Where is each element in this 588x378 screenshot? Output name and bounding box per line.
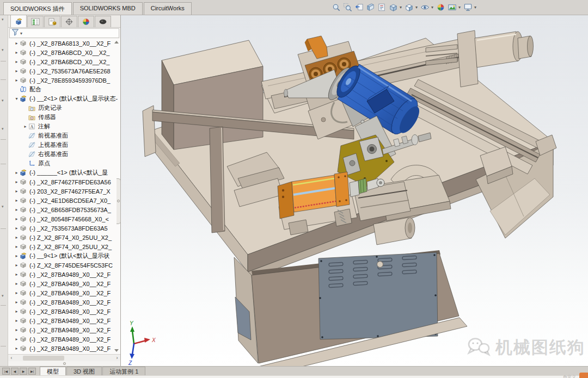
assembly-3d-model[interactable]: .p{stroke:#4f4a43;stroke-width:.7;stroke… [121,15,588,366]
hide-show-items-icon[interactable] [420,2,430,13]
command-tab-1[interactable]: SOLIDWORKS 插件 [3,2,72,15]
tree-row[interactable]: ▸(-) _X2_6B658FDB7535673A_ [8,205,120,214]
expand-arrow-icon[interactable]: ▸ [14,69,20,73]
panel-splitter[interactable] [8,361,120,366]
tree-row[interactable]: ▸(-) _X2_80548F745668_X0_< [8,214,120,224]
dock-caret-icon[interactable]: ▾ [2,127,4,131]
tree-row[interactable]: ▸(-) _X2_8F74627F8FDE63A56 [8,177,120,187]
tree-row[interactable]: ▸(-) _X2_87BA9489_X0__X2_F [8,344,120,353]
tab-nav-button-3[interactable]: ▶ [20,368,27,375]
tree-row[interactable]: ▸(-) _X2_87BA6BCD_X0__X2_ [8,48,120,57]
tree-row[interactable]: 传感器 [8,113,120,122]
expand-arrow-icon[interactable]: ▸ [14,281,20,286]
previous-view-icon[interactable] [354,2,364,13]
dock-caret-icon[interactable]: ▾ [2,294,4,298]
edit-appearance-icon[interactable] [436,2,446,13]
tab-nav-button-2[interactable]: ◀ [11,368,19,375]
expand-arrow-icon[interactable]: ▸ [14,78,20,83]
expand-arrow-icon[interactable]: ▸ [14,207,20,212]
dimxpertmanager-tab[interactable] [61,16,77,27]
view-orientation-caret-icon[interactable]: ▾ [400,5,402,10]
zoom-area-icon[interactable] [342,2,353,13]
view-settings-caret-icon[interactable]: ▾ [474,5,476,10]
expand-arrow-icon[interactable]: ▸ [14,263,20,268]
scroll-right-icon[interactable]: › [114,355,120,361]
tree-row[interactable]: ▸(-) Z_X2_8F745DE54F5C53FC [8,261,120,270]
expand-arrow-icon[interactable]: ▸ [14,272,20,277]
expand-arrow-icon[interactable]: ▸ [22,124,28,129]
expand-arrow-icon[interactable]: ▸ [14,290,20,295]
displaymanager-tab[interactable] [78,16,94,27]
tree-filter-bar[interactable]: ▾ [9,28,119,38]
annotation-view-icon[interactable] [377,2,387,13]
tree-row[interactable]: ▸(-) _X2_7535673A8FDE63A5 [8,224,120,233]
command-tab-3[interactable]: CircuitWorks [144,2,192,15]
graphics-viewport[interactable]: .p{stroke:#4f4a43;stroke-width:.7;stroke… [121,15,588,366]
tree-row[interactable]: 右视基准面 [8,150,120,159]
expand-arrow-icon[interactable]: ▸ [14,244,20,249]
view-orientation-icon[interactable] [388,2,399,13]
expand-arrow-icon[interactable]: ▸ [14,216,20,221]
doc-tab-3D 视图[interactable]: 3D 视图 [66,367,102,375]
tree-row[interactable]: ▸(-) _X2_7535673A76AE5E268 [8,66,120,76]
tree-row[interactable]: ▸(-) _X2_4E1D6BCD5EA7_X0_ [8,196,120,205]
featuremanager-tree-tab[interactable] [10,15,27,27]
tree-row[interactable]: 原点 [8,159,120,168]
tree-scroll-down-icon[interactable] [114,349,119,352]
tree-row[interactable]: 配合 [8,85,120,94]
display-style-icon[interactable] [404,2,414,13]
cam-tab[interactable] [95,16,111,27]
propertymanager-tab[interactable] [27,16,44,27]
tree-hscrollbar[interactable]: ‹ › [8,354,120,361]
tree-row[interactable]: ▾(-) __2<1> (默认<默认_显示状态- [8,94,120,103]
expand-arrow-icon[interactable]: ▸ [14,59,20,64]
tree-row[interactable]: ▸(-) _X2_87BA6813_X0__X2_F [8,39,120,48]
expand-arrow-icon[interactable]: ▸ [14,309,20,314]
display-style-caret-icon[interactable]: ▾ [415,5,418,10]
tree-row[interactable]: ▸(-) _X2_87BA9489_X0__X2_F [8,279,120,288]
tree-scroll-up-icon[interactable] [114,41,119,44]
filter-caret-icon[interactable]: ▾ [20,31,22,36]
tree-row[interactable]: ▸(-) _X2_87BA9489_X0__X2_F [8,334,120,344]
expand-arrow-icon[interactable]: ▸ [14,235,20,240]
expand-arrow-icon[interactable]: ▸ [14,226,20,231]
tree-row[interactable]: ▸(-) Z_X2_8F74_X0_25UU_X2_ [8,242,120,251]
tree-row[interactable]: ▸(-) _X2_78E85934593976DB_ [8,76,120,85]
apply-scene-caret-icon[interactable]: ▾ [458,5,461,10]
expand-arrow-icon[interactable]: ▸ [14,198,20,203]
dock-caret-icon[interactable]: ▾ [2,205,4,209]
tab-nav-button-1[interactable]: |◀ [2,368,10,375]
tree-row[interactable]: ▸A注解 [8,122,120,131]
configurationmanager-tab[interactable] [44,16,60,27]
tree-row[interactable]: 前视基准面 [8,131,120,140]
scroll-track[interactable] [15,355,114,361]
dock-caret-icon[interactable]: ▾ [2,98,4,103]
tree-row[interactable]: ▸(-) ______<1> (默认<默认_显 [8,168,120,177]
customize-label[interactable]: 自定义 [563,374,576,378]
expand-arrow-icon[interactable]: ▸ [14,179,20,184]
expand-arrow-icon[interactable]: ▸ [14,189,20,194]
expand-arrow-icon[interactable]: ▸ [14,50,20,55]
tree-row[interactable]: ▸(-) _X2_87BA6BCD_X0__X2_ [8,57,120,66]
dock-caret-icon[interactable]: ▾ [2,17,4,22]
expand-arrow-icon[interactable]: ▸ [14,41,20,46]
doc-tab-运动算例 1[interactable]: 运动算例 1 [102,367,145,375]
apply-scene-icon[interactable] [447,2,457,13]
tab-nav-button-4[interactable]: ▶| [28,368,36,375]
hide-show-items-caret-icon[interactable]: ▾ [431,5,433,10]
tree-row[interactable]: ▸(-) Z_X2_8F74_X0_25UU_X2_ [8,233,120,242]
tree-row[interactable]: 历史记录 [8,103,120,113]
expand-arrow-icon[interactable]: ▸ [14,253,20,258]
scroll-thumb[interactable] [23,356,64,361]
tree-row[interactable]: 上视基准面 [8,140,120,150]
dock-caret-icon[interactable]: ▾ [2,48,4,52]
panel-collapse-handle[interactable] [117,178,121,224]
tree-row[interactable]: ▸(-) _X2_87BA9489_X0__X2_F [8,325,120,334]
tree-row[interactable]: ▸(-) _X2_87BA9489_X0__X2_F [8,288,120,298]
tree-row[interactable]: ▸(-) __9<1> (默认<默认_显示状 [8,251,120,261]
expand-arrow-icon[interactable]: ▸ [14,346,20,351]
expand-arrow-icon[interactable]: ▸ [14,170,20,175]
expand-arrow-icon[interactable]: ▸ [14,318,20,323]
tree-row[interactable]: ▸(-) _X2_87BA9489_X0__X2_F [8,298,120,307]
filter-funnel-icon[interactable] [11,28,19,38]
